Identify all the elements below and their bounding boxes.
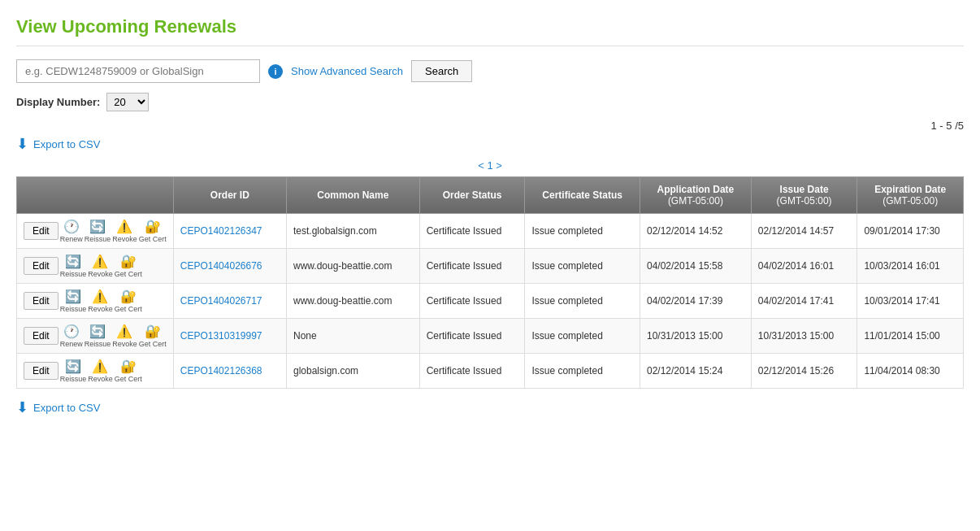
col-order-id: Order ID <box>173 177 286 214</box>
table-row: Edit🔄Reissue⚠️Revoke🔐Get CertCEPO1404026… <box>17 249 964 284</box>
common-name-cell: www.doug-beattie.com <box>287 284 420 319</box>
app-date-cell: 04/02/2014 15:58 <box>640 249 751 284</box>
col-issue-date: Issue Date(GMT-05:00) <box>751 177 857 214</box>
exp-date-cell: 10/03/2014 16:01 <box>857 249 964 284</box>
actions-cell: Edit🕐Renew🔄Reissue⚠️Revoke🔐Get Cert <box>17 214 174 249</box>
cert-status-cell: Issue completed <box>525 319 640 354</box>
order-id-link[interactable]: CEPO1404026676 <box>180 260 262 272</box>
issue-date-cell: 04/02/2014 16:01 <box>751 249 857 284</box>
actions-cell: Edit🔄Reissue⚠️Revoke🔐Get Cert <box>17 249 174 284</box>
action-reissue-icon[interactable]: 🔄Reissue <box>60 359 87 383</box>
order-id-link[interactable]: CEPO1402126347 <box>180 225 262 237</box>
export-csv-bottom-row: ⬇ Export to CSV <box>16 398 964 416</box>
order-status-cell: Certificate Issued <box>419 354 525 389</box>
exp-date-cell: 11/04/2014 08:30 <box>857 354 964 389</box>
order-status-cell: Certificate Issued <box>419 284 525 319</box>
common-name-cell: None <box>287 319 420 354</box>
action-revoke-icon[interactable]: ⚠️Revoke <box>112 219 137 243</box>
action-revoke-icon[interactable]: ⚠️Revoke <box>88 254 113 278</box>
issue-date-cell: 04/02/2014 17:41 <box>751 284 857 319</box>
app-date-cell: 10/31/2013 15:00 <box>640 319 751 354</box>
actions-cell: Edit🔄Reissue⚠️Revoke🔐Get Cert <box>17 284 174 319</box>
action-get-cert-icon[interactable]: 🔐Get Cert <box>139 324 167 348</box>
exp-date-cell: 09/01/2014 17:30 <box>857 214 964 249</box>
edit-button[interactable]: Edit <box>24 292 59 310</box>
action-renew-icon[interactable]: 🕐Renew <box>60 219 83 243</box>
cert-status-cell: Issue completed <box>525 354 640 389</box>
col-exp-date: Expiration Date(GMT-05:00) <box>857 177 964 214</box>
order-id-cell: CEPO1402126368 <box>173 354 286 389</box>
actions-cell: Edit🔄Reissue⚠️Revoke🔐Get Cert <box>17 354 174 389</box>
issue-date-cell: 02/12/2014 15:26 <box>751 354 857 389</box>
action-revoke-icon[interactable]: ⚠️Revoke <box>112 324 137 348</box>
order-status-cell: Certificate Issued <box>419 319 525 354</box>
app-date-cell: 02/12/2014 14:52 <box>640 214 751 249</box>
col-common-name: Common Name <box>287 177 420 214</box>
col-order-status: Order Status <box>419 177 525 214</box>
page-nav: < 1 > <box>16 159 964 172</box>
cert-status-cell: Issue completed <box>525 284 640 319</box>
action-reissue-icon[interactable]: 🔄Reissue <box>60 289 87 313</box>
common-name-cell: globalsign.com <box>287 354 420 389</box>
actions-cell: Edit🕐Renew🔄Reissue⚠️Revoke🔐Get Cert <box>17 319 174 354</box>
table-row: Edit🕐Renew🔄Reissue⚠️Revoke🔐Get CertCEPO1… <box>17 319 964 354</box>
order-id-cell: CEPO1402126347 <box>173 214 286 249</box>
issue-date-cell: 02/12/2014 14:57 <box>751 214 857 249</box>
edit-button[interactable]: Edit <box>24 257 59 275</box>
export-csv-bottom-label: Export to CSV <box>33 402 100 414</box>
order-id-cell: CEPO1404026717 <box>173 284 286 319</box>
action-reissue-icon[interactable]: 🔄Reissue <box>85 324 111 348</box>
display-number-label: Display Number: <box>16 96 100 108</box>
action-get-cert-icon[interactable]: 🔐Get Cert <box>139 219 167 243</box>
cert-status-cell: Issue completed <box>525 249 640 284</box>
action-get-cert-icon[interactable]: 🔐Get Cert <box>115 359 142 383</box>
export-csv-top-link[interactable]: ⬇ Export to CSV <box>16 135 964 153</box>
action-get-cert-icon[interactable]: 🔐Get Cert <box>115 289 142 313</box>
export-icon-bottom: ⬇ <box>16 398 28 416</box>
order-id-cell: CEPO1310319997 <box>173 319 286 354</box>
search-button[interactable]: Search <box>411 60 472 82</box>
pagination-info: 1 - 5 /5 <box>16 120 964 132</box>
order-id-link[interactable]: CEPO1310319997 <box>180 330 262 342</box>
app-date-cell: 04/02/2014 17:39 <box>640 284 751 319</box>
table-header-row: Order ID Common Name Order Status Certif… <box>17 177 964 214</box>
action-reissue-icon[interactable]: 🔄Reissue <box>85 219 111 243</box>
table-row: Edit🔄Reissue⚠️Revoke🔐Get CertCEPO1402126… <box>17 354 964 389</box>
col-actions <box>17 177 174 214</box>
action-revoke-icon[interactable]: ⚠️Revoke <box>88 289 113 313</box>
info-icon[interactable]: i <box>268 64 283 79</box>
table-row: Edit🔄Reissue⚠️Revoke🔐Get CertCEPO1404026… <box>17 284 964 319</box>
col-cert-status: Certificate Status <box>525 177 640 214</box>
export-icon-top: ⬇ <box>16 135 28 153</box>
edit-button[interactable]: Edit <box>24 222 59 240</box>
page-nav-link[interactable]: < 1 > <box>478 159 502 172</box>
search-input[interactable] <box>16 59 260 83</box>
edit-button[interactable]: Edit <box>24 362 59 380</box>
action-renew-icon[interactable]: 🕐Renew <box>60 324 83 348</box>
exp-date-cell: 11/01/2014 15:00 <box>857 319 964 354</box>
col-app-date: Application Date(GMT-05:00) <box>640 177 751 214</box>
action-reissue-icon[interactable]: 🔄Reissue <box>60 254 87 278</box>
issue-date-cell: 10/31/2013 15:00 <box>751 319 857 354</box>
app-date-cell: 02/12/2014 15:24 <box>640 354 751 389</box>
order-id-link[interactable]: CEPO1404026717 <box>180 295 262 307</box>
renewals-table: Order ID Common Name Order Status Certif… <box>16 176 964 389</box>
display-number-row: Display Number: 10 20 50 100 <box>16 93 964 111</box>
order-status-cell: Certificate Issued <box>419 214 525 249</box>
show-advanced-search-link[interactable]: Show Advanced Search <box>291 65 403 77</box>
order-id-link[interactable]: CEPO1402126368 <box>180 365 262 376</box>
search-row: i Show Advanced Search Search <box>16 59 964 83</box>
order-id-cell: CEPO1404026676 <box>173 249 286 284</box>
exp-date-cell: 10/03/2014 17:41 <box>857 284 964 319</box>
display-number-select[interactable]: 10 20 50 100 <box>106 93 149 111</box>
action-revoke-icon[interactable]: ⚠️Revoke <box>88 359 113 383</box>
export-csv-bottom-link[interactable]: ⬇ Export to CSV <box>16 398 964 416</box>
export-csv-top-label: Export to CSV <box>33 138 100 150</box>
common-name-cell: www.doug-beattie.com <box>287 249 420 284</box>
action-get-cert-icon[interactable]: 🔐Get Cert <box>115 254 142 278</box>
cert-status-cell: Issue completed <box>525 214 640 249</box>
table-row: Edit🕐Renew🔄Reissue⚠️Revoke🔐Get CertCEPO1… <box>17 214 964 249</box>
edit-button[interactable]: Edit <box>24 327 59 345</box>
order-status-cell: Certificate Issued <box>419 249 525 284</box>
common-name-cell: test.globalsign.com <box>287 214 420 249</box>
